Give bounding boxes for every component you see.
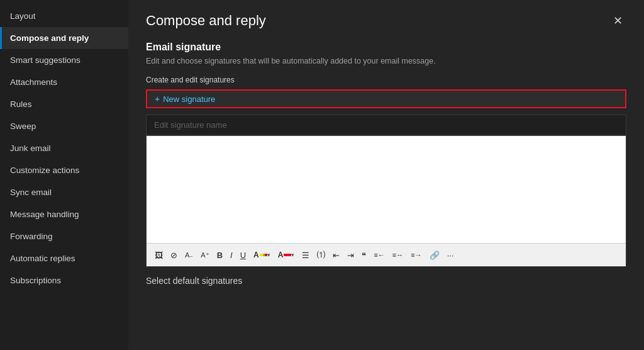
sidebar-item-subscriptions[interactable]: Subscriptions [0,269,128,291]
sidebar-item-smart-suggestions[interactable]: Smart suggestions [0,49,128,71]
create-edit-label: Create and edit signatures [146,76,626,84]
signature-editor-stack: 🖼⊘A₋A⁺BIUA▾A▾☰⑴⇤⇥❝≡←≡↔≡→🔗··· [146,115,626,267]
align-right-button[interactable]: ≡→ [408,249,425,261]
bold-button[interactable]: B [214,249,226,262]
quote-button[interactable]: ❝ [358,249,369,262]
select-default-label: Select default signatures [146,276,626,286]
sidebar-item-rules[interactable]: Rules [0,93,128,115]
signature-editor-body[interactable] [147,136,626,243]
font-size-up-button[interactable]: A⁺ [197,249,212,261]
sidebar-item-automatic-replies[interactable]: Automatic replies [0,247,128,269]
align-left-button[interactable]: ≡← [370,249,387,261]
sidebar-item-compose-and-reply[interactable]: Compose and reply [0,27,128,49]
main-header: Compose and reply ✕ [146,13,626,29]
decrease-indent-button[interactable]: ⇤ [330,249,343,262]
email-sig-title: Email signature [146,42,626,53]
increase-indent-button[interactable]: ⇥ [344,249,357,262]
main-content: Compose and reply ✕ Email signature Edit… [128,0,644,350]
clear-format-button[interactable]: ⊘ [167,249,180,262]
sidebar-item-layout[interactable]: Layout [0,5,128,27]
sidebar-item-sync-email[interactable]: Sync email [0,181,128,203]
sidebar-item-junk-email[interactable]: Junk email [0,137,128,159]
editor-toolbar: 🖼⊘A₋A⁺BIUA▾A▾☰⑴⇤⇥❝≡←≡↔≡→🔗··· [147,243,626,266]
sidebar-item-forwarding[interactable]: Forwarding [0,225,128,247]
font-size-down-button[interactable]: A₋ [182,249,196,261]
bullets-button[interactable]: ☰ [299,249,313,262]
insert-image-button[interactable]: 🖼 [152,249,166,262]
plus-icon: + [155,94,160,104]
new-sig-label: New signature [163,94,215,104]
underline-button[interactable]: U [237,249,249,262]
align-center-button[interactable]: ≡↔ [389,249,406,261]
link-button[interactable]: 🔗 [426,249,443,262]
page-title: Compose and reply [146,13,266,29]
signature-name-input[interactable] [146,115,626,135]
numbering-button[interactable]: ⑴ [314,247,328,262]
highlight-btn-button[interactable]: A▾ [250,249,274,261]
sidebar-item-customize-actions[interactable]: Customize actions [0,159,128,181]
more-button[interactable]: ··· [444,249,457,262]
font-color-btn-button[interactable]: A▾ [275,249,298,261]
email-sig-desc: Edit and choose signatures that will be … [146,57,626,65]
sidebar-item-attachments[interactable]: Attachments [0,71,128,93]
new-signature-button[interactable]: + New signature [146,89,626,108]
close-button[interactable]: ✕ [609,13,626,29]
sidebar-item-sweep[interactable]: Sweep [0,115,128,137]
sidebar: LayoutCompose and replySmart suggestions… [0,0,128,350]
italic-button[interactable]: I [227,249,236,262]
sidebar-item-message-handling[interactable]: Message handling [0,203,128,225]
signature-editor-wrapper: 🖼⊘A₋A⁺BIUA▾A▾☰⑴⇤⇥❝≡←≡↔≡→🔗··· [146,135,626,267]
